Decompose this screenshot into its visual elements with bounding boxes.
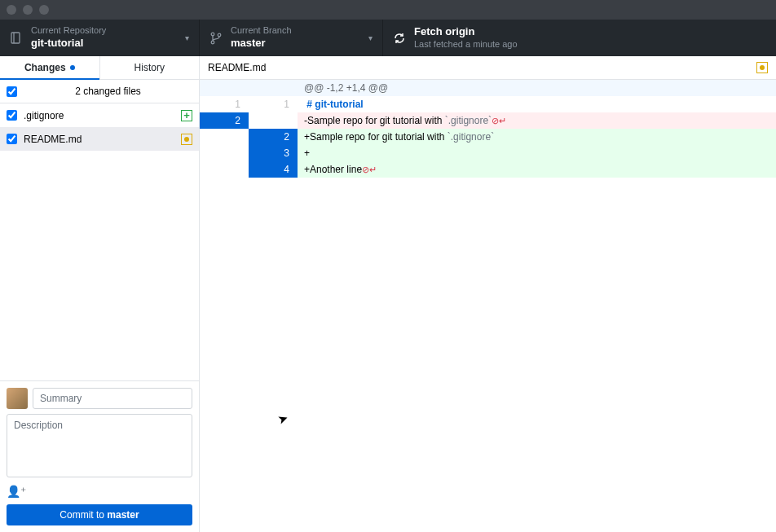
svg-point-4 [218, 33, 221, 37]
chevron-down-icon: ▾ [185, 33, 189, 42]
description-input[interactable] [7, 414, 192, 477]
repo-name: git-tutorial [31, 37, 179, 51]
diff-header: README.md [200, 56, 776, 80]
fetch-label: Fetch origin [414, 25, 518, 39]
tab-changes[interactable]: Changes [0, 56, 99, 79]
file-checkbox[interactable] [7, 134, 17, 144]
svg-rect-0 [11, 33, 20, 43]
sync-icon [393, 32, 406, 45]
sidebar: Changes History 2 changed files .gitigno… [0, 56, 200, 532]
branch-label: Current Branch [231, 25, 362, 36]
tab-history[interactable]: History [100, 56, 200, 79]
commit-form: 👤⁺ Commit to master [0, 380, 199, 532]
diff-content: @@ -1,2 +1,4 @@11 # git-tutorial2-Sample… [200, 80, 776, 532]
file-modified-icon [756, 62, 768, 73]
fetch-button[interactable]: Fetch origin Last fetched a minute ago [383, 20, 527, 56]
toolbar: Current Repository git-tutorial ▾ Curren… [0, 20, 776, 56]
repo-label: Current Repository [31, 25, 179, 36]
repo-icon [10, 32, 23, 45]
svg-point-3 [211, 41, 214, 44]
file-item[interactable]: .gitignore+ [0, 103, 199, 127]
branch-icon [209, 32, 223, 45]
changes-count: 2 changed files [24, 86, 192, 97]
file-name: README.md [24, 134, 181, 145]
svg-point-2 [211, 33, 214, 36]
diff-line[interactable]: 2-Sample repo for git tutorial with `.gi… [200, 112, 776, 129]
repository-selector[interactable]: Current Repository git-tutorial ▾ [0, 20, 200, 56]
file-list: .gitignore+README.md [0, 103, 199, 380]
summary-input[interactable] [33, 388, 192, 409]
maximize-window-icon[interactable] [39, 5, 49, 15]
diff-hunk-header: @@ -1,2 +1,4 @@ [200, 80, 776, 96]
chevron-down-icon: ▾ [368, 33, 373, 42]
diff-line[interactable]: 3+ [200, 145, 776, 161]
changes-header: 2 changed files [0, 80, 199, 103]
add-coauthor-button[interactable]: 👤⁺ [7, 485, 192, 498]
select-all-checkbox[interactable] [7, 86, 17, 97]
file-checkbox[interactable] [7, 110, 17, 121]
diff-line[interactable]: 11 # git-tutorial [200, 96, 776, 112]
file-status-icon: + [181, 110, 192, 121]
changes-indicator-dot [70, 65, 75, 70]
diff-line[interactable]: 4+Another line⊘↵ [200, 161, 776, 178]
diff-view: README.md @@ -1,2 +1,4 @@11 # git-tutori… [200, 56, 776, 532]
file-status-icon [181, 134, 192, 145]
fetch-status: Last fetched a minute ago [414, 39, 518, 50]
file-item[interactable]: README.md [0, 127, 199, 151]
file-name: .gitignore [24, 110, 181, 121]
avatar [7, 388, 28, 409]
diff-filename: README.md [208, 62, 756, 73]
close-window-icon[interactable] [7, 5, 16, 15]
branch-selector[interactable]: Current Branch master ▾ [200, 20, 383, 56]
diff-line[interactable]: 2+Sample repo for git tutorial with `.gi… [200, 129, 776, 145]
branch-name: master [231, 37, 362, 51]
window-titlebar [0, 0, 776, 20]
minimize-window-icon[interactable] [23, 5, 33, 15]
commit-button[interactable]: Commit to master [7, 504, 192, 525]
